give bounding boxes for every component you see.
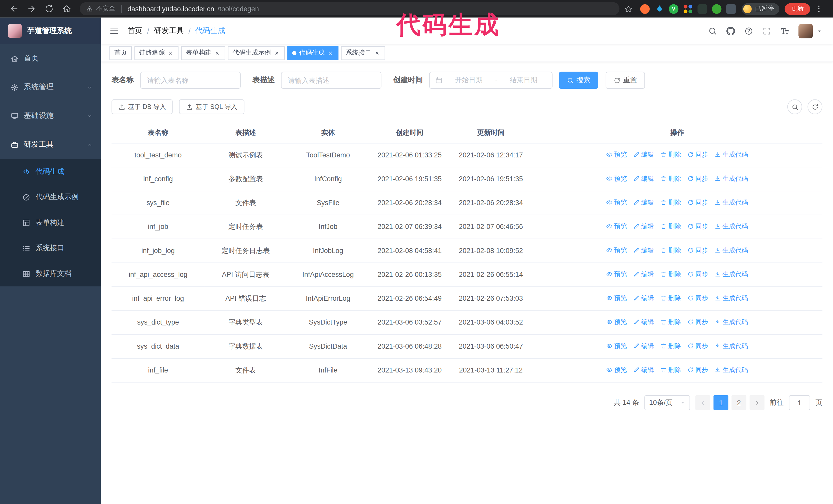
action-generate-link[interactable]: 生成代码 xyxy=(715,341,748,351)
browser-home-icon[interactable] xyxy=(62,4,71,13)
font-size-icon[interactable] xyxy=(781,26,789,35)
action-edit-link[interactable]: 编辑 xyxy=(633,317,654,327)
user-menu[interactable] xyxy=(799,24,822,38)
sidebar-item-db-doc[interactable]: 数据库文档 xyxy=(0,261,101,286)
action-preview-link[interactable]: 预览 xyxy=(606,221,627,232)
import-db-button[interactable]: 基于 DB 导入 xyxy=(112,99,173,114)
refresh-table-button[interactable] xyxy=(808,99,823,114)
extension-icon-people-grid[interactable] xyxy=(683,4,693,14)
action-edit-link[interactable]: 编辑 xyxy=(633,364,654,375)
tab-codegen[interactable]: 代码生成× xyxy=(287,46,338,60)
sidebar-item-codegen-example[interactable]: 代码生成示例 xyxy=(0,184,101,210)
help-icon[interactable] xyxy=(744,26,753,35)
action-sync-link[interactable]: 同步 xyxy=(687,269,708,280)
tab-tracing[interactable]: 链路追踪× xyxy=(134,46,178,60)
tab-form-build[interactable]: 表单构建× xyxy=(181,46,225,60)
goto-page-input[interactable] xyxy=(789,395,810,410)
table-name-input[interactable] xyxy=(140,72,241,89)
github-icon[interactable] xyxy=(726,26,735,35)
action-generate-link[interactable]: 生成代码 xyxy=(715,293,748,303)
tab-codegen-example[interactable]: 代码生成示例× xyxy=(228,46,285,60)
action-generate-link[interactable]: 生成代码 xyxy=(715,173,748,184)
action-preview-link[interactable]: 预览 xyxy=(606,269,627,280)
action-edit-link[interactable]: 编辑 xyxy=(633,221,654,232)
action-edit-link[interactable]: 编辑 xyxy=(633,341,654,351)
action-delete-link[interactable]: 删除 xyxy=(660,293,681,303)
hamburger-icon[interactable] xyxy=(110,26,119,35)
start-date-placeholder[interactable]: 开始日期 xyxy=(446,75,492,85)
extension-icon-dark-green[interactable] xyxy=(697,4,707,14)
action-delete-link[interactable]: 删除 xyxy=(660,245,681,256)
action-generate-link[interactable]: 生成代码 xyxy=(715,245,748,256)
action-preview-link[interactable]: 预览 xyxy=(606,341,627,351)
tab-close-icon[interactable]: × xyxy=(374,50,380,56)
paused-chip[interactable]: 已暂停 xyxy=(741,3,779,15)
action-edit-link[interactable]: 编辑 xyxy=(633,173,654,184)
action-delete-link[interactable]: 删除 xyxy=(660,341,681,351)
date-range-picker[interactable]: 开始日期 - 结束日期 xyxy=(429,72,553,89)
action-edit-link[interactable]: 编辑 xyxy=(633,245,654,256)
sidebar-item-system-api[interactable]: 系统接口 xyxy=(0,235,101,261)
prev-page-button[interactable] xyxy=(695,395,710,410)
action-preview-link[interactable]: 预览 xyxy=(606,245,627,256)
extension-icon-orange[interactable] xyxy=(640,4,650,14)
page-button-2[interactable]: 2 xyxy=(732,395,746,410)
tab-close-icon[interactable]: × xyxy=(167,50,174,56)
extension-icon-green-v[interactable]: V xyxy=(669,4,679,14)
browser-menu-icon[interactable] xyxy=(814,4,823,13)
action-preview-link[interactable]: 预览 xyxy=(606,364,627,375)
action-delete-link[interactable]: 删除 xyxy=(660,317,681,327)
action-generate-link[interactable]: 生成代码 xyxy=(715,269,748,280)
toggle-search-button[interactable] xyxy=(787,99,802,114)
breadcrumb-item-dev-tools[interactable]: 研发工具 xyxy=(154,26,184,35)
action-sync-link[interactable]: 同步 xyxy=(687,149,708,160)
action-generate-link[interactable]: 生成代码 xyxy=(715,149,748,160)
action-sync-link[interactable]: 同步 xyxy=(687,197,708,208)
action-sync-link[interactable]: 同步 xyxy=(687,221,708,232)
fullscreen-icon[interactable] xyxy=(762,26,771,35)
tab-close-icon[interactable]: × xyxy=(214,50,220,56)
end-date-placeholder[interactable]: 结束日期 xyxy=(501,75,547,85)
action-sync-link[interactable]: 同步 xyxy=(687,317,708,327)
extension-icon-leaf[interactable] xyxy=(712,4,721,14)
action-generate-link[interactable]: 生成代码 xyxy=(715,197,748,208)
action-preview-link[interactable]: 预览 xyxy=(606,293,627,303)
action-sync-link[interactable]: 同步 xyxy=(687,364,708,375)
address-bar[interactable]: 不安全 dashboard.yudao.iocoder.cn /tool/cod… xyxy=(80,2,619,16)
action-preview-link[interactable]: 预览 xyxy=(606,149,627,160)
sidebar-item-dev-tools[interactable]: 研发工具 xyxy=(0,130,101,159)
sidebar-item-form-build[interactable]: 表单构建 xyxy=(0,210,101,235)
action-sync-link[interactable]: 同步 xyxy=(687,245,708,256)
browser-reload-icon[interactable] xyxy=(45,4,53,13)
tab-home[interactable]: 首页 xyxy=(110,46,132,60)
action-delete-link[interactable]: 删除 xyxy=(660,149,681,160)
browser-back-icon[interactable] xyxy=(9,4,19,13)
action-sync-link[interactable]: 同步 xyxy=(687,173,708,184)
extension-icon-dark-figure[interactable] xyxy=(726,4,736,14)
reset-button[interactable]: 重置 xyxy=(606,72,645,89)
action-sync-link[interactable]: 同步 xyxy=(687,341,708,351)
tab-close-icon[interactable]: × xyxy=(327,50,334,56)
action-delete-link[interactable]: 删除 xyxy=(660,173,681,184)
action-edit-link[interactable]: 编辑 xyxy=(633,149,654,160)
import-sql-button[interactable]: 基于 SQL 导入 xyxy=(179,99,244,114)
action-edit-link[interactable]: 编辑 xyxy=(633,293,654,303)
browser-forward-icon[interactable] xyxy=(27,4,36,13)
action-delete-link[interactable]: 删除 xyxy=(660,364,681,375)
bookmark-star-icon[interactable] xyxy=(624,5,633,13)
action-delete-link[interactable]: 删除 xyxy=(660,269,681,280)
action-edit-link[interactable]: 编辑 xyxy=(633,197,654,208)
action-delete-link[interactable]: 删除 xyxy=(660,221,681,232)
page-button-1[interactable]: 1 xyxy=(714,395,729,410)
next-page-button[interactable] xyxy=(750,395,765,410)
extension-icon-blue-drop[interactable] xyxy=(654,4,664,14)
action-preview-link[interactable]: 预览 xyxy=(606,197,627,208)
action-generate-link[interactable]: 生成代码 xyxy=(715,221,748,232)
action-sync-link[interactable]: 同步 xyxy=(687,293,708,303)
action-edit-link[interactable]: 编辑 xyxy=(633,269,654,280)
sidebar-item-home[interactable]: 首页 xyxy=(0,44,101,73)
header-search-icon[interactable] xyxy=(708,26,717,35)
action-generate-link[interactable]: 生成代码 xyxy=(715,364,748,375)
action-delete-link[interactable]: 删除 xyxy=(660,197,681,208)
action-preview-link[interactable]: 预览 xyxy=(606,173,627,184)
